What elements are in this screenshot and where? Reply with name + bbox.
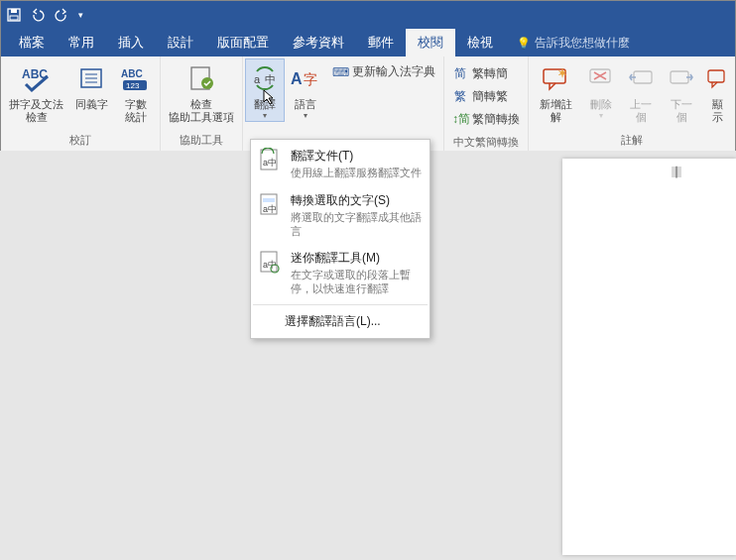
group-accessibility: 檢查 協助工具選項 協助工具: [161, 56, 243, 151]
mini-translator-icon: a中: [257, 250, 283, 280]
next-comment-label: 下一個: [668, 98, 696, 124]
sc-icon: 简: [452, 65, 468, 82]
tab-file[interactable]: 檔案: [7, 29, 57, 56]
translate-dropdown: a中 翻譯文件(T) 使用線上翻譯服務翻譯文件 a中 轉換選取的文字(S) 將選…: [250, 139, 430, 339]
translate-document-desc: 使用線上翻譯服務翻譯文件: [291, 167, 422, 180]
spelling-icon: ABC: [20, 62, 54, 96]
insertion-point: ┃: [672, 167, 681, 177]
wordcount-label: 字數 統計: [125, 98, 147, 124]
delete-comment-label: 刪除: [590, 98, 612, 111]
spelling-button[interactable]: ABC 拼字及文法 檢查: [3, 58, 69, 124]
svg-text:中: 中: [265, 73, 276, 85]
svg-text:a中: a中: [263, 204, 277, 214]
sc-to-tc-label: 簡轉繁: [472, 88, 508, 105]
thesaurus-button[interactable]: 同義字: [69, 58, 114, 111]
group-proofing-label: 校訂: [3, 131, 158, 151]
thesaurus-label: 同義字: [75, 98, 108, 111]
undo-icon[interactable]: [31, 8, 45, 22]
accessibility-icon: [187, 62, 215, 96]
svg-text:ABC: ABC: [121, 68, 143, 79]
group-comments: ✶ 新增註解 刪除▾ 上一個 下一個 顯示 註解: [529, 56, 735, 151]
document-page[interactable]: ┃: [562, 159, 736, 555]
svg-rect-23: [671, 71, 688, 83]
tab-mailings[interactable]: 郵件: [356, 29, 406, 56]
update-ime-label: 更新輸入法字典: [352, 63, 435, 80]
sc-to-tc-button[interactable]: 繁簡轉繁: [450, 85, 522, 108]
chevron-down-icon: ▾: [263, 111, 267, 121]
svg-rect-28: [263, 198, 275, 202]
svg-text:123: 123: [126, 81, 140, 90]
save-icon[interactable]: [7, 8, 21, 22]
tc-icon: 繁: [452, 88, 468, 105]
new-comment-icon: ✶: [542, 62, 569, 96]
delete-comment-icon: [588, 62, 614, 96]
ribbon-tabs: 檔案 常用 插入 設計 版面配置 參考資料 郵件 校閱 檢視 告訴我您想做什麼: [1, 29, 735, 56]
translate-selection-desc: 將選取的文字翻譯成其他語言: [291, 211, 422, 239]
tc-to-sc-button[interactable]: 简繁轉簡: [450, 62, 522, 85]
svg-rect-22: [634, 71, 652, 83]
svg-text:字: 字: [304, 71, 317, 87]
prev-comment-button[interactable]: 上一個: [621, 58, 662, 124]
tc-to-sc-label: 繁轉簡: [472, 65, 508, 82]
show-comments-label: 顯示: [708, 98, 727, 124]
svg-rect-24: [708, 70, 724, 82]
tab-layout[interactable]: 版面配置: [205, 29, 281, 56]
delete-comment-button[interactable]: 刪除▾: [581, 58, 621, 121]
thesaurus-icon: [78, 62, 106, 96]
check-accessibility-button[interactable]: 檢查 協助工具選項: [163, 58, 240, 124]
spelling-label: 拼字及文法 檢查: [9, 98, 63, 124]
prev-comment-label: 上一個: [627, 98, 656, 124]
translate-selection-title: 轉換選取的文字(S): [291, 192, 422, 209]
chevron-down-icon: ▾: [304, 111, 307, 121]
new-comment-button[interactable]: ✶ 新增註解: [531, 58, 581, 124]
wordcount-icon: ABC123: [120, 62, 152, 96]
translate-button[interactable]: a中 翻譯 ▾: [245, 58, 285, 122]
language-button[interactable]: A字 語言 ▾: [285, 58, 326, 121]
choose-translation-language-item[interactable]: 選擇翻譯語言(L)...: [253, 307, 428, 336]
customize-qat-icon[interactable]: ▾: [78, 10, 83, 20]
translate-document-item[interactable]: a中 翻譯文件(T) 使用線上翻譯服務翻譯文件: [253, 142, 428, 186]
next-comment-icon: [669, 62, 694, 96]
prev-comment-icon: [628, 62, 654, 96]
sc-tc-button[interactable]: ↕简繁簡轉換: [450, 108, 522, 131]
ime-icon: ⌨: [332, 65, 348, 79]
tab-references[interactable]: 參考資料: [281, 29, 356, 56]
translate-document-icon: a中: [257, 148, 283, 177]
mini-translator-desc: 在文字或選取的段落上暫停，以快速進行翻譯: [291, 269, 422, 296]
svg-text:✶: ✶: [557, 67, 567, 80]
show-comments-icon: [706, 62, 728, 96]
show-comments-button[interactable]: 顯示: [702, 58, 733, 124]
svg-text:A: A: [291, 70, 303, 87]
svg-rect-2: [10, 16, 18, 20]
group-comments-label: 註解: [531, 131, 733, 151]
language-label: 語言: [295, 98, 316, 111]
group-language: a中 翻譯 ▾ A字 語言 ▾ ⌨ 更新輸入法字典: [243, 56, 444, 151]
svg-text:a中: a中: [263, 158, 277, 168]
mini-translator-title: 迷你翻譯工具(M): [291, 250, 422, 267]
check-accessibility-label: 檢查 協助工具選項: [169, 98, 234, 124]
redo-icon[interactable]: [55, 8, 68, 22]
new-comment-label: 新增註解: [537, 98, 575, 124]
group-accessibility-label: 協助工具: [163, 131, 240, 151]
svg-rect-1: [11, 9, 17, 13]
tab-insert[interactable]: 插入: [106, 29, 156, 56]
convert-icon: ↕简: [452, 111, 468, 128]
group-chinese: 简繁轉簡 繁簡轉繁 ↕简繁簡轉換 中文繁簡轉換: [444, 56, 529, 151]
tab-view[interactable]: 檢視: [455, 29, 505, 56]
group-proofing: ABC 拼字及文法 檢查 同義字 ABC123 字數 統計 校訂: [1, 56, 161, 151]
svg-text:a: a: [254, 73, 261, 85]
dropdown-separator: [253, 304, 428, 305]
sc-tc-label: 繁簡轉換: [472, 111, 520, 128]
language-icon: A字: [291, 62, 320, 96]
tab-home[interactable]: 常用: [57, 29, 106, 56]
next-comment-button[interactable]: 下一個: [662, 58, 702, 124]
update-ime-button[interactable]: ⌨ 更新輸入法字典: [330, 60, 437, 83]
tab-review[interactable]: 校閱: [406, 29, 455, 56]
ribbon: ABC 拼字及文法 檢查 同義字 ABC123 字數 統計 校訂: [1, 56, 735, 152]
tab-tellme[interactable]: 告訴我您想做什麼: [505, 29, 642, 56]
wordcount-button[interactable]: ABC123 字數 統計: [114, 58, 158, 124]
mini-translator-item[interactable]: a中 迷你翻譯工具(M) 在文字或選取的段落上暫停，以快速進行翻譯: [253, 244, 428, 302]
translate-selection-item[interactable]: a中 轉換選取的文字(S) 將選取的文字翻譯成其他語言: [253, 186, 428, 245]
tab-design[interactable]: 設計: [156, 29, 205, 56]
translate-selection-icon: a中: [257, 192, 283, 222]
